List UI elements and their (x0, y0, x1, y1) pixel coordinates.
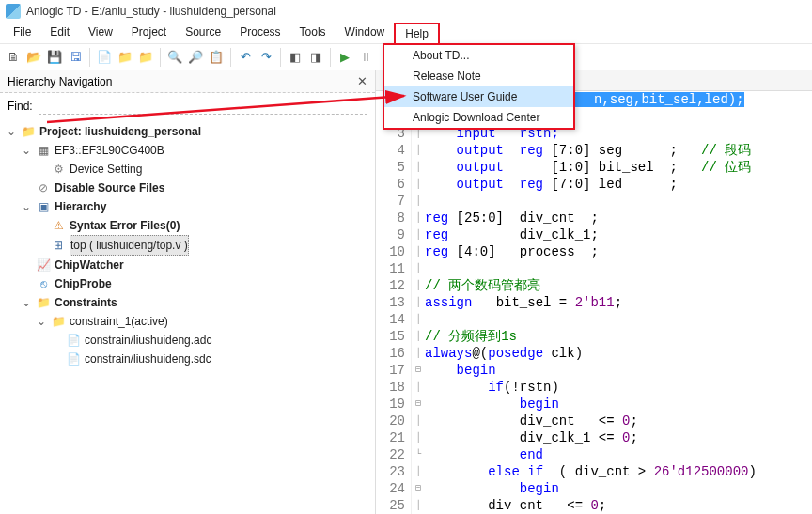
help-release-note[interactable]: Release Note (384, 66, 573, 86)
file-icon: 📄 (66, 333, 81, 348)
folder-icon: 📁 (36, 295, 51, 310)
menubar: File Edit View Project Source Process To… (0, 23, 812, 43)
menu-edit[interactable]: Edit (40, 23, 79, 43)
tree-disable-sources[interactable]: Disable Source Files (55, 179, 164, 197)
titlebar: Anlogic TD - E:/anlu_study - liushuideng… (0, 0, 812, 23)
tree-project[interactable]: Project: liushuideng_personal (39, 122, 201, 141)
tree-hierarchy[interactable]: Hierarchy (55, 197, 106, 216)
menu-file[interactable]: File (4, 23, 40, 43)
tree-chipprobe[interactable]: ChipProbe (55, 274, 112, 293)
tree-syntax-errors[interactable]: Syntax Error Files(0) (70, 216, 180, 235)
menu-help[interactable]: Help (394, 23, 440, 43)
undo-icon[interactable]: ↶ (236, 48, 255, 67)
watcher-icon: 📈 (36, 257, 51, 273)
tree-constraints[interactable]: Constraints (55, 293, 117, 312)
tree-adc-file[interactable]: constrain/liushuideng.adc (85, 331, 211, 350)
search2-icon[interactable]: 🔎 (186, 48, 205, 67)
help-software-user-guide[interactable]: Software User Guide (384, 86, 573, 107)
tool2-icon[interactable]: ◨ (306, 48, 325, 67)
twisty-icon[interactable]: ⌄ (21, 141, 32, 160)
code-editor: ▭ ▾ 345678910111213141516171819202122232… (376, 70, 812, 514)
open-icon[interactable]: 📂 (24, 48, 43, 67)
list-icon[interactable]: 📋 (207, 48, 226, 67)
panel-title: Hierarchy Navigation (8, 75, 112, 88)
find-input[interactable] (39, 97, 367, 115)
help-download-center[interactable]: Anlogic Download Center (384, 107, 573, 128)
code-lines[interactable]: n,seg,bit_sel,led); input rstn; output r… (425, 91, 812, 514)
run-icon[interactable]: ▶ (336, 48, 354, 67)
app-logo-icon (6, 4, 21, 19)
twisty-icon[interactable]: ⌄ (21, 293, 32, 312)
menu-view[interactable]: View (79, 23, 122, 43)
file-icon: 📄 (66, 351, 81, 366)
folder-icon: 📁 (51, 314, 66, 329)
help-about[interactable]: About TD... (384, 45, 573, 66)
twisty-icon[interactable]: ⌄ (21, 197, 32, 216)
fold-column: ││││││││││││││⊟│⊟││└│⊟│ (412, 91, 425, 514)
menu-window[interactable]: Window (336, 23, 395, 43)
menu-source[interactable]: Source (176, 23, 230, 43)
gear-icon: ⚙ (51, 162, 66, 177)
file-icon[interactable]: 📄 (95, 48, 114, 67)
tree-chipwatcher[interactable]: ChipWatcher (55, 256, 124, 274)
window-title: Anlogic TD - E:/anlu_study - liushuideng… (26, 5, 276, 18)
module-icon: ⊞ (51, 238, 66, 253)
help-dropdown: About TD... Release Note Software User G… (383, 43, 575, 130)
redo-icon[interactable]: ↷ (257, 48, 275, 67)
twisty-icon[interactable]: ⌄ (6, 122, 17, 141)
find-label: Find: (8, 100, 33, 113)
code-area[interactable]: 345678910111213141516171819202122232425 … (376, 91, 812, 514)
menu-process[interactable]: Process (230, 23, 289, 43)
hierarchy-tree: ⌄📁Project: liushuideng_personal ⌄▦EF3::E… (0, 118, 375, 514)
twisty-icon[interactable]: ⌄ (36, 312, 47, 331)
chip-icon: ▦ (36, 143, 51, 158)
hierarchy-panel: Hierarchy Navigation ✕ Find: ⌄📁Project: … (0, 70, 376, 514)
menu-tools[interactable]: Tools (290, 23, 336, 43)
tree-device[interactable]: EF3::EF3L90CG400B (55, 141, 164, 160)
tree-top-module[interactable]: top ( liushuideng/top.v ) (70, 235, 189, 256)
tree-constraint1[interactable]: constraint_1(active) (70, 312, 168, 331)
disable-icon: ⊘ (36, 180, 51, 195)
tool1-icon[interactable]: ◧ (286, 48, 304, 67)
line-gutter: 345678910111213141516171819202122232425 (376, 91, 412, 514)
folder2-icon[interactable]: 📁 (136, 48, 155, 67)
new-icon[interactable]: 🗎 (4, 48, 23, 67)
folder-icon[interactable]: 📁 (116, 48, 134, 67)
warning-icon: ⚠ (51, 218, 66, 233)
menu-project[interactable]: Project (122, 23, 176, 43)
stop-icon[interactable]: ⏸ (356, 48, 375, 67)
panel-close-icon[interactable]: ✕ (357, 74, 367, 88)
search-icon[interactable]: 🔍 (165, 48, 184, 67)
folder-icon: 📁 (21, 124, 36, 139)
tree-sdc-file[interactable]: constrain/liushuideng.sdc (85, 350, 211, 368)
save-icon[interactable]: 💾 (45, 48, 64, 67)
hierarchy-icon: ▣ (36, 199, 51, 214)
tree-device-setting[interactable]: Device Setting (70, 160, 142, 179)
saveall-icon[interactable]: 🖫 (66, 48, 85, 67)
probe-icon: ⎋ (36, 276, 51, 291)
